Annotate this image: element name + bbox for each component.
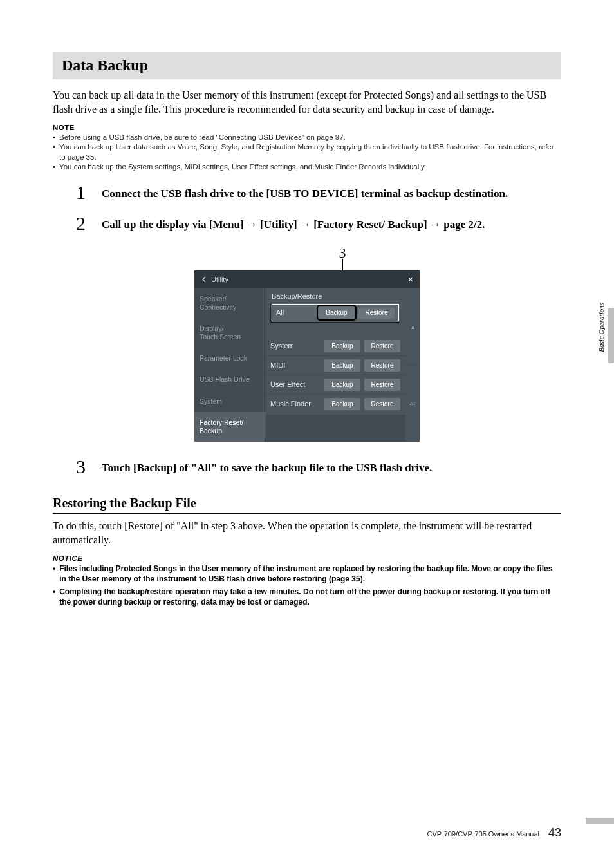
restore-heading: Restoring the Backup File [53, 496, 561, 511]
step-2: 2 Call up the display via [Menu] → [Util… [76, 214, 561, 233]
ss-titlebar: Utility × [194, 270, 420, 288]
sidebar-item-paramlock[interactable]: Parameter Lock [194, 348, 265, 369]
step-text: Touch [Backup] of "All" to save the back… [102, 457, 432, 476]
notice-heading: NOTICE [53, 554, 561, 562]
note-item: Before using a USB flash drive, be sure … [53, 133, 561, 143]
section-title-bar: Data Backup [53, 52, 561, 79]
step-3: 3 Touch [Backup] of "All" to save the ba… [76, 457, 561, 476]
ss-row-label: System [270, 342, 321, 350]
ss-content-head: Backup/Restore [265, 288, 405, 303]
ss-row-midi: MIDI Backup Restore [265, 355, 405, 375]
step-number: 3 [76, 457, 102, 476]
sidebar-item-system[interactable]: System [194, 391, 265, 412]
restore-paragraph: To do this, touch [Restore] of "All" in … [53, 519, 561, 548]
restore-usereffect-button[interactable]: Restore [364, 379, 400, 391]
heading-rule [53, 513, 561, 514]
backup-all-button[interactable]: Backup [319, 307, 355, 319]
backup-usereffect-button[interactable]: Backup [324, 379, 360, 391]
backup-midi-button[interactable]: Backup [324, 359, 360, 372]
note-heading: NOTE [53, 124, 561, 131]
note-item: You can back up the System settings, MID… [53, 162, 561, 173]
notice-list: Files including Protected Songs in the U… [53, 563, 561, 608]
page-number: 43 [548, 826, 561, 840]
ss-row-label: Music Finder [270, 400, 321, 408]
side-tab-bar [608, 308, 614, 363]
callout-line [342, 259, 343, 272]
page-up-icon[interactable]: ▴ [405, 288, 420, 366]
ss-row-label: MIDI [270, 361, 321, 369]
sidebar-item-display[interactable]: Display/ Touch Screen [194, 318, 265, 348]
step-text: Connect the USB flash drive to the [USB … [102, 183, 508, 202]
ss-sidebar: Speaker/ Connectivity Display/ Touch Scr… [194, 288, 265, 442]
footer-text: CVP-709/CVP-705 Owner's Manual [427, 830, 539, 838]
ss-content: Backup/Restore All Backup Restore System… [265, 288, 405, 442]
restore-musicfinder-button[interactable]: Restore [364, 398, 400, 410]
backup-musicfinder-button[interactable]: Backup [324, 398, 360, 410]
ss-row-musicfinder: Music Finder Backup Restore [265, 394, 405, 413]
note-item: You can back up User data such as Voice,… [53, 142, 561, 162]
ss-title: Utility [211, 276, 228, 283]
notice-item: Completing the backup/restore operation … [53, 587, 561, 607]
back-icon[interactable] [201, 276, 207, 283]
ss-row-label: All [276, 308, 315, 316]
step-1: 1 Connect the USB flash drive to the [US… [76, 183, 561, 202]
side-tab: Basic Operations [608, 308, 614, 363]
ss-row-usereffect: User Effect Backup Restore [265, 375, 405, 394]
close-icon[interactable]: × [408, 274, 413, 285]
step-text: Call up the display via [Menu] → [Utilit… [102, 214, 485, 232]
ss-row-system: System Backup Restore [265, 337, 405, 355]
step-list: 1 Connect the USB flash drive to the [US… [53, 183, 561, 233]
restore-system-button[interactable]: Restore [364, 340, 400, 352]
sidebar-item-usb[interactable]: USB Flash Drive [194, 369, 265, 390]
ss-row-label: User Effect [270, 381, 321, 388]
restore-all-button[interactable]: Restore [358, 307, 395, 319]
footer: CVP-709/CVP-705 Owner's Manual 43 [427, 826, 561, 840]
backup-system-button[interactable]: Backup [324, 340, 360, 352]
intro-paragraph: You can back up all data in the User mem… [53, 88, 561, 117]
footer-accent-bar [586, 818, 614, 824]
sidebar-item-speaker[interactable]: Speaker/ Connectivity [194, 288, 265, 318]
step-list-2: 3 Touch [Backup] of "All" to save the ba… [53, 457, 561, 476]
ss-pager: ▴ 2/2 [405, 288, 420, 442]
restore-midi-button[interactable]: Restore [364, 359, 400, 372]
sidebar-item-factory-reset[interactable]: Factory Reset/ Backup [194, 412, 265, 442]
notice-item: Files including Protected Songs in the U… [53, 563, 561, 584]
ss-row-all: All Backup Restore [270, 303, 400, 323]
step-number: 1 [76, 183, 102, 202]
note-list: Before using a USB flash drive, be sure … [53, 133, 561, 173]
step-number: 2 [76, 214, 102, 233]
page-indicator: 2/2 [405, 365, 420, 442]
utility-screenshot: Utility × Speaker/ Connectivity Display/… [194, 270, 420, 442]
screenshot-container: Utility × Speaker/ Connectivity Display/… [53, 270, 561, 442]
side-tab-text: Basic Operations [597, 303, 605, 352]
section-title: Data Backup [62, 57, 552, 74]
